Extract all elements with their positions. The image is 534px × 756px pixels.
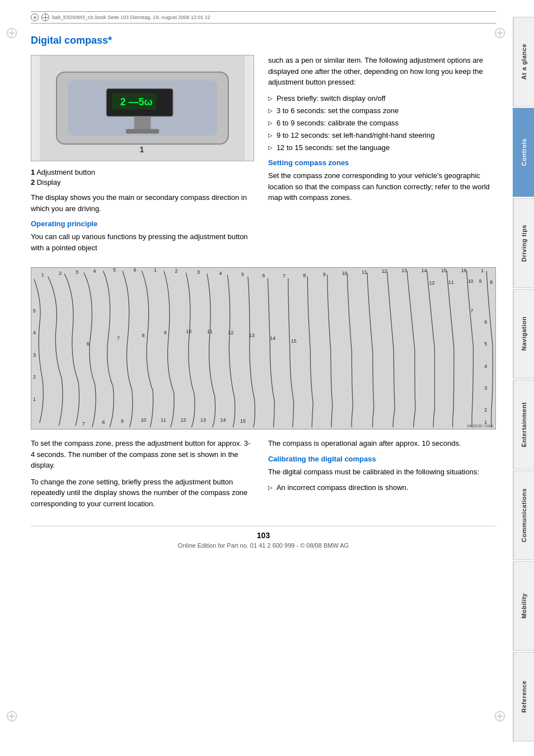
sidebar-tab-driving-tips[interactable]: Driving tips <box>513 198 534 288</box>
map-credit: MKE030 / AAA <box>467 424 493 428</box>
svg-text:7: 7 <box>283 273 285 279</box>
sidebar-tab-entertainment[interactable]: Entertainment <box>513 380 534 469</box>
right-col-text: such as a pen or similar item. The follo… <box>268 55 496 88</box>
svg-text:6: 6 <box>263 273 265 278</box>
svg-text:12: 12 <box>429 281 435 286</box>
svg-text:5: 5 <box>241 272 244 277</box>
svg-text:12: 12 <box>180 417 186 423</box>
header-file-info: ba8_E9293M3_cic.book Seite 103 Dienstag,… <box>52 15 210 20</box>
svg-rect-10 <box>31 268 495 428</box>
svg-text:14: 14 <box>221 417 226 423</box>
corner-mark-bl <box>7 711 18 722</box>
setting-compass-zones-text: Set the compass zone corresponding to yo… <box>268 170 496 203</box>
svg-text:8: 8 <box>102 419 105 425</box>
svg-text:3: 3 <box>33 352 36 358</box>
sidebar-tab-at-a-glance[interactable]: At a glance <box>513 17 534 106</box>
bullet-list: Press briefly: switch display on/off 3 t… <box>268 94 496 153</box>
sidebar-tab-reference-label: Reference <box>521 680 527 713</box>
calibrating-title: Calibrating the digital compass <box>268 455 496 463</box>
svg-text:15: 15 <box>240 418 246 424</box>
svg-text:8: 8 <box>303 273 306 278</box>
right-column: such as a pen or similar item. The follo… <box>268 55 496 259</box>
page-footer: 103 Online Edition for Part no. 01 41 2 … <box>31 526 496 549</box>
bottom-left-col: To set the compass zone, press the adjus… <box>31 438 254 515</box>
header-bar: ⊕ ba8_E9293M3_cic.book Seite 103 Diensta… <box>31 11 496 24</box>
numbered-item-2: 2 Display <box>31 178 254 186</box>
operating-principle-text: You can call up various functions by pre… <box>31 231 254 253</box>
svg-text:6: 6 <box>87 341 90 347</box>
sidebar-tab-navigation[interactable]: Navigation <box>513 289 534 379</box>
world-map-svg: 1 2 3 4 5 6 1 2 3 4 5 6 7 8 9 10 11 12 1… <box>31 268 495 429</box>
svg-text:5: 5 <box>113 268 116 273</box>
svg-text:12: 12 <box>382 268 387 274</box>
bullet-item-4: 9 to 12 seconds: set left-hand/right-han… <box>268 130 496 141</box>
page-number: 103 <box>31 531 496 540</box>
compass-image: 2 —5ω 1 <box>31 55 254 161</box>
svg-text:7: 7 <box>82 421 85 427</box>
svg-text:2: 2 <box>33 374 36 380</box>
numbered-list: 1 Adjustment button 2 Display <box>31 168 254 186</box>
svg-text:4: 4 <box>484 363 487 369</box>
sidebar-tab-mobility[interactable]: Mobility <box>513 561 534 651</box>
top-two-col: 2 —5ω 1 1 Adjustment button 2 Display Th… <box>31 55 496 259</box>
calibrating-bullet-list: An incorrect compass direction is shown. <box>268 483 496 493</box>
world-map: 1 2 3 4 5 6 1 2 3 4 5 6 7 8 9 10 11 12 1… <box>31 267 496 430</box>
bottom-left-text-1: To set the compass zone, press the adjus… <box>31 438 254 471</box>
bullet-item-5: 12 to 15 seconds: set the language <box>268 143 496 153</box>
svg-text:10: 10 <box>468 278 474 284</box>
svg-text:15: 15 <box>291 338 297 344</box>
page-title: Digital compass* <box>31 35 496 46</box>
svg-text:8: 8 <box>490 279 493 285</box>
svg-rect-7 <box>126 129 159 134</box>
svg-text:11: 11 <box>161 417 166 423</box>
operating-principle-title: Operating principle <box>31 220 254 228</box>
svg-text:4: 4 <box>93 268 96 274</box>
svg-text:11: 11 <box>362 269 367 275</box>
svg-text:1: 1 <box>481 268 484 273</box>
svg-text:9: 9 <box>323 272 326 277</box>
svg-text:10: 10 <box>342 270 348 276</box>
compass-svg: 2 —5ω 1 <box>31 55 254 161</box>
cross-mark <box>41 13 49 21</box>
svg-text:1: 1 <box>33 396 36 402</box>
svg-text:6: 6 <box>484 319 487 325</box>
sidebar-tab-entertainment-label: Entertainment <box>521 402 527 447</box>
svg-text:3: 3 <box>76 269 78 275</box>
footer-text: Online Edition for Part no. 01 41 2 600 … <box>31 542 496 549</box>
svg-text:7: 7 <box>117 335 120 341</box>
sidebar-tab-navigation-label: Navigation <box>521 316 527 351</box>
numbered-item-1: 1 Adjustment button <box>31 168 254 176</box>
calibrating-bullet-item: An incorrect compass direction is shown. <box>268 483 496 493</box>
svg-text:13: 13 <box>249 333 255 338</box>
svg-text:4: 4 <box>33 330 36 335</box>
svg-text:15: 15 <box>441 268 447 273</box>
bullet-item-2: 3 to 6 seconds: set the compass zone <box>268 106 496 116</box>
registration-mark: ⊕ <box>31 13 39 21</box>
svg-text:14: 14 <box>270 335 275 341</box>
main-content: ⊕ ba8_E9293M3_cic.book Seite 103 Diensta… <box>0 0 513 566</box>
svg-text:10: 10 <box>186 329 191 334</box>
svg-text:3: 3 <box>484 385 487 391</box>
svg-text:11: 11 <box>448 279 454 285</box>
bottom-right-col: The compass is operational again after a… <box>268 438 496 515</box>
corner-mark-br <box>495 711 506 722</box>
svg-text:5: 5 <box>33 308 36 314</box>
sidebar-tab-communications[interactable]: Communications <box>513 470 534 560</box>
intro-text: The display shows you the main or second… <box>31 192 254 214</box>
sidebar-tab-controls-label: Controls <box>521 138 527 166</box>
svg-text:13: 13 <box>401 268 407 273</box>
svg-text:16: 16 <box>461 268 467 273</box>
sidebar-tab-reference[interactable]: Reference <box>513 652 534 741</box>
svg-rect-6 <box>134 116 151 130</box>
sidebar-container: At a glance Controls Driving tips Naviga… <box>513 0 534 756</box>
bottom-two-col: To set the compass zone, press the adjus… <box>31 438 496 515</box>
svg-text:11: 11 <box>207 329 213 334</box>
svg-text:5: 5 <box>484 341 487 347</box>
setting-compass-zones-title: Setting compass zones <box>268 158 496 167</box>
svg-text:9: 9 <box>164 330 167 335</box>
svg-text:6: 6 <box>134 268 137 273</box>
sidebar-tab-mobility-label: Mobility <box>521 593 527 619</box>
svg-text:9: 9 <box>121 418 124 424</box>
calibrating-text: The digital compass must be calibrated i… <box>268 466 496 478</box>
sidebar-tab-controls[interactable]: Controls <box>513 108 534 197</box>
